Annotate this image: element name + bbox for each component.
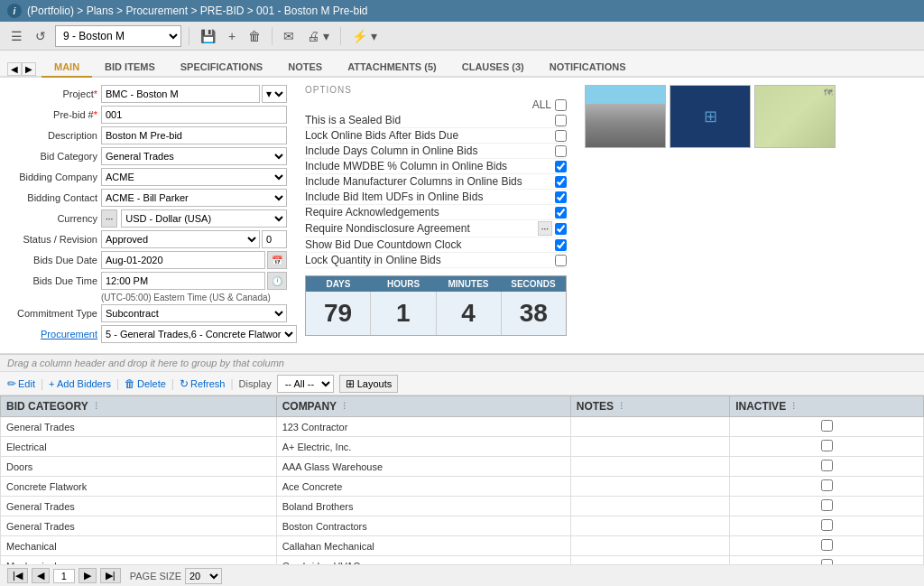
- revision-input[interactable]: [262, 230, 287, 248]
- currency-select[interactable]: USD - Dollar (USA): [121, 209, 287, 228]
- prebid-label: Pre-bid #: [7, 109, 97, 120]
- project-dropdown[interactable]: 9 - Boston M: [55, 25, 181, 47]
- form-row-project: Project ▾: [7, 85, 287, 103]
- table-row[interactable]: Mechanical Cambridge HVAC: [1, 556, 924, 565]
- bids-due-time-group: 🕛: [101, 272, 287, 290]
- sort-notes[interactable]: ⋮: [617, 402, 625, 411]
- delete-grid-button[interactable]: 🗑 Delete: [125, 377, 166, 390]
- option-checkbox-4[interactable]: [555, 176, 567, 188]
- building-image[interactable]: [585, 85, 666, 148]
- option-checkbox-9[interactable]: [555, 255, 567, 266]
- tab-notifications[interactable]: NOTIFICATIONS: [537, 58, 639, 78]
- map-image[interactable]: 🗺: [754, 85, 836, 148]
- project-select-arrow[interactable]: ▾: [262, 85, 287, 103]
- page-next-button[interactable]: ▶: [79, 568, 97, 583]
- cell-inactive-2: [730, 457, 924, 477]
- option-checkbox-8[interactable]: [555, 239, 567, 251]
- table-row[interactable]: General Trades 123 Contractor: [1, 417, 924, 437]
- refresh-button[interactable]: ↻ Refresh: [180, 377, 226, 390]
- inactive-checkbox-3[interactable]: [821, 479, 833, 491]
- table-row[interactable]: General Trades Boland Brothers: [1, 497, 924, 516]
- tab-main[interactable]: MAIN: [42, 58, 92, 78]
- option-row-8: Show Bid Due Countdown Clock: [305, 237, 567, 253]
- add-bidders-button[interactable]: + Add Bidders: [49, 378, 111, 389]
- email-button[interactable]: ✉: [280, 27, 298, 45]
- inactive-checkbox-6[interactable]: [821, 539, 833, 551]
- prebid-input[interactable]: [101, 106, 287, 124]
- bidding-contact-select[interactable]: ACME - Bill Parker: [101, 189, 287, 207]
- tab-next-button[interactable]: ▶: [22, 62, 36, 76]
- sort-inactive[interactable]: ⋮: [790, 402, 798, 411]
- bids-due-date-input[interactable]: [101, 251, 265, 269]
- inactive-checkbox-2[interactable]: [821, 460, 833, 471]
- inactive-checkbox-5[interactable]: [821, 519, 833, 531]
- hamburger-icon[interactable]: ☰: [7, 27, 26, 45]
- filter-dropdown[interactable]: -- All --: [277, 375, 334, 393]
- option-checkbox-2[interactable]: [555, 145, 567, 157]
- options-all-checkbox[interactable]: [555, 99, 567, 111]
- sort-bid-category[interactable]: ⋮: [92, 402, 100, 411]
- blueprint-image[interactable]: ⊞: [670, 85, 751, 148]
- table-row[interactable]: Doors AAA Glass Warehouse: [1, 457, 924, 477]
- save-button[interactable]: 💾: [197, 27, 219, 45]
- commitment-type-select[interactable]: Subcontract: [101, 304, 287, 322]
- procurement-link[interactable]: Procurement: [7, 329, 97, 340]
- print-button[interactable]: 🖨 ▾: [303, 27, 333, 45]
- grid-container[interactable]: BID CATEGORY ⋮ COMPANY ⋮: [0, 395, 924, 564]
- commitment-type-label: Commitment Type: [7, 308, 97, 319]
- procurement-select[interactable]: 5 - General Trades,6 - Concrete Flatwor: [101, 325, 297, 343]
- edit-button[interactable]: ✏ Edit: [7, 377, 35, 390]
- option-checkbox-6[interactable]: [555, 207, 567, 219]
- option-checkbox-5[interactable]: [555, 191, 567, 203]
- page-prev-button[interactable]: ◀: [32, 568, 50, 583]
- tab-attachments[interactable]: ATTACHMENTS (5): [335, 58, 449, 78]
- option-checkbox-1[interactable]: [555, 130, 567, 142]
- table-row[interactable]: Electrical A+ Electric, Inc.: [1, 437, 924, 457]
- option-checkbox-0[interactable]: [555, 115, 567, 126]
- inactive-checkbox-0[interactable]: [821, 420, 833, 432]
- description-input[interactable]: [101, 126, 287, 144]
- page-first-button[interactable]: |◀: [7, 568, 28, 583]
- bids-due-date-group: 📅: [101, 251, 287, 269]
- bid-category-select[interactable]: General Trades: [101, 147, 287, 165]
- tab-specifications[interactable]: SPECIFICATIONS: [168, 58, 275, 78]
- inactive-checkbox-1[interactable]: [821, 440, 833, 451]
- clock-icon[interactable]: 🕛: [267, 272, 287, 290]
- calendar-icon[interactable]: 📅: [267, 251, 287, 269]
- status-select[interactable]: Approved: [101, 230, 260, 248]
- currency-ellipsis-button[interactable]: ···: [101, 209, 117, 228]
- add-button[interactable]: +: [225, 27, 239, 45]
- lightning-button[interactable]: ⚡ ▾: [348, 27, 381, 45]
- tab-notes[interactable]: NOTES: [275, 58, 335, 78]
- tab-clauses[interactable]: CLAUSES (3): [449, 58, 537, 78]
- delete-button[interactable]: 🗑: [245, 27, 264, 45]
- grid-table: BID CATEGORY ⋮ COMPANY ⋮: [0, 395, 924, 564]
- sort-company[interactable]: ⋮: [340, 402, 348, 411]
- project-input[interactable]: [101, 85, 260, 103]
- page-size-select[interactable]: 20 50 100: [185, 568, 222, 584]
- inactive-checkbox-4[interactable]: [821, 499, 833, 511]
- cell-bid-category-1: Electrical: [1, 437, 277, 457]
- option-row-0: This is a Sealed Bid: [305, 113, 567, 128]
- bidding-company-select[interactable]: ACME: [101, 168, 287, 186]
- tab-prev-button[interactable]: ◀: [7, 62, 22, 76]
- bid-category-label: Bid Category: [7, 151, 97, 162]
- current-page-input[interactable]: [53, 569, 75, 583]
- bids-due-time-input[interactable]: [101, 272, 265, 290]
- table-row[interactable]: Concrete Flatwork Ace Concrete: [1, 477, 924, 497]
- form-row-bids-due-time: Bids Due Time 🕛: [7, 272, 287, 290]
- table-row[interactable]: Mechanical Callahan Mechanical: [1, 536, 924, 556]
- option-ellipsis-7[interactable]: ···: [538, 221, 552, 236]
- bids-due-date-label: Bids Due Date: [7, 255, 97, 265]
- tab-bid-items[interactable]: BID ITEMS: [92, 58, 168, 78]
- bids-due-time-label: Bids Due Time: [7, 275, 97, 286]
- layouts-button[interactable]: ⊞ Layouts: [339, 375, 399, 393]
- cell-inactive-5: [730, 516, 924, 536]
- option-controls-8: [555, 239, 567, 251]
- project-input-group: ▾: [101, 85, 287, 103]
- option-checkbox-7[interactable]: [555, 223, 567, 235]
- table-row[interactable]: General Trades Boston Contractors: [1, 516, 924, 536]
- undo-icon[interactable]: ↺: [32, 27, 50, 45]
- option-checkbox-3[interactable]: [555, 161, 567, 172]
- page-last-button[interactable]: ▶|: [100, 568, 121, 583]
